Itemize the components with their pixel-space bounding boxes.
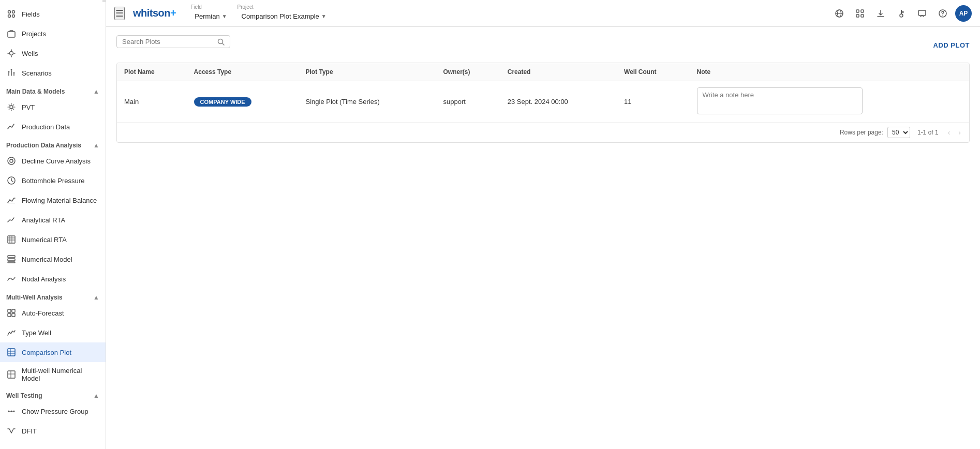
avatar-btn[interactable]: AP (955, 5, 972, 22)
sidebar-item-decline-curve-analysis[interactable]: Decline Curve Analysis (0, 151, 106, 171)
rows-per-page-label: Rows per page: (840, 129, 883, 136)
svg-point-11 (10, 159, 13, 162)
fields-icon (6, 9, 17, 19)
svg-rect-23 (12, 309, 15, 312)
pagination-bar: Rows per page: 50 1-1 of 1 ‹ › (117, 122, 969, 142)
sidebar-item-fields[interactable]: Fields (0, 4, 106, 24)
fmb-label: Flowing Material Balance (22, 197, 97, 204)
field-dropdown-btn[interactable]: Permian ▼ (190, 10, 231, 22)
search-input[interactable] (122, 38, 214, 46)
svg-rect-30 (8, 371, 15, 378)
nodal-analysis-icon (6, 274, 17, 284)
add-plot-label: ADD PLOT (933, 41, 970, 49)
sidebar-item-analytical-rta[interactable]: Analytical RTA (0, 210, 106, 230)
svg-rect-43 (856, 14, 859, 17)
col-plot-name: Plot Name (117, 63, 187, 81)
svg-rect-14 (8, 236, 15, 243)
sidebar-item-projects[interactable]: Projects (0, 24, 106, 43)
svg-rect-41 (856, 10, 859, 12)
section-mwa-chevron: ▲ (93, 294, 99, 301)
content-area: ADD PLOT Plot Name Access Type Plot Type… (106, 27, 980, 449)
production-data-label: Production Data (22, 123, 70, 131)
sidebar-item-chow-pressure-group[interactable]: Chow Pressure Group (0, 401, 106, 421)
project-dropdown-btn[interactable]: Comparison Plot Example ▼ (237, 10, 331, 22)
table-body: Main COMPANY WIDE Single Plot (Time Seri… (117, 81, 969, 123)
section-main-data-models[interactable]: Main Data & Models ▲ (0, 83, 106, 97)
sidebar-item-comparison-plot[interactable]: Comparison Plot (0, 342, 106, 362)
rows-per-page-select[interactable]: 50 (887, 127, 910, 138)
type-well-label: Type Well (22, 329, 51, 337)
col-plot-type: Plot Type (298, 63, 436, 81)
svg-point-5 (10, 52, 13, 55)
sidebar-item-flowing-material-balance[interactable]: Flowing Material Balance (0, 190, 106, 210)
note-input[interactable] (697, 87, 863, 114)
sidebar-item-bottomhole-pressure[interactable]: Bottomhole Pressure (0, 171, 106, 190)
svg-point-2 (8, 15, 11, 18)
svg-rect-44 (861, 14, 864, 17)
projects-icon (6, 28, 17, 39)
svg-rect-20 (8, 259, 15, 261)
section-pda-chevron: ▲ (93, 142, 99, 149)
avatar-initials: AP (959, 10, 968, 17)
svg-point-10 (8, 157, 15, 164)
sidebar-item-pvt[interactable]: PVT (0, 97, 106, 117)
mwnm-label: Multi-well Numerical Model (22, 367, 99, 382)
cell-access-type: COMPANY WIDE (187, 81, 299, 123)
fmb-icon (6, 195, 17, 205)
sidebar-item-auto-forecast[interactable]: Auto-Forecast (0, 303, 106, 323)
menu-icon[interactable]: ☰ (114, 7, 125, 20)
plots-table: Plot Name Access Type Plot Type Owner(s)… (117, 63, 969, 122)
section-main-data-chevron: ▲ (93, 88, 99, 95)
message-icon-btn[interactable] (914, 5, 930, 22)
sidebar-item-scenarios[interactable]: Scenarios (0, 63, 106, 83)
svg-rect-22 (8, 309, 11, 312)
dca-label: Decline Curve Analysis (22, 157, 91, 165)
sidebar: Fields Projects Wells Scenarios Main Dat… (0, 0, 106, 449)
svg-point-9 (10, 106, 13, 109)
analytical-rta-label: Analytical RTA (22, 216, 65, 224)
globe-icon-btn[interactable] (831, 5, 848, 22)
table-header: Plot Name Access Type Plot Type Owner(s)… (117, 63, 969, 81)
sidebar-item-numerical-model[interactable]: Numerical Model (0, 249, 106, 269)
numerical-rta-label: Numerical RTA (22, 236, 67, 244)
section-well-testing[interactable]: Well Testing ▲ (0, 387, 106, 401)
field-dropdown-arrow: ▼ (222, 13, 227, 19)
numerical-rta-icon (6, 234, 17, 245)
pvt-label: PVT (22, 103, 35, 111)
sidebar-item-production-data[interactable]: Production Data (0, 117, 106, 137)
grid-icon-btn[interactable] (852, 5, 868, 22)
svg-point-0 (8, 11, 11, 13)
sidebar-item-type-well[interactable]: Type Well (0, 323, 106, 342)
svg-rect-4 (8, 32, 15, 37)
sidebar-item-nodal-analysis[interactable]: Nodal Analysis (0, 269, 106, 289)
svg-rect-42 (861, 10, 864, 12)
sidebar-item-numerical-rta[interactable]: Numerical RTA (0, 230, 106, 249)
sidebar-item-multi-well-numerical-model[interactable]: Multi-well Numerical Model (0, 362, 106, 387)
sidebar-item-dfit[interactable]: DFIT (0, 421, 106, 441)
help-icon-btn[interactable] (934, 5, 951, 22)
section-multi-well-analysis[interactable]: Multi-Well Analysis ▲ (0, 289, 106, 303)
add-plot-button[interactable]: ADD PLOT (933, 41, 970, 49)
project-dropdown-arrow: ▼ (321, 13, 326, 19)
pagination-prev-btn[interactable]: ‹ (946, 127, 953, 138)
cell-created: 23 Sept. 2024 00:00 (500, 81, 617, 123)
analytical-rta-icon (6, 215, 17, 225)
table-row: Main COMPANY WIDE Single Plot (Time Seri… (117, 81, 969, 123)
field-label: Field (190, 4, 231, 10)
cell-plot-name: Main (117, 81, 187, 123)
logo: whitson+ (133, 7, 176, 19)
production-data-icon (6, 122, 17, 132)
sidebar-item-wells[interactable]: Wells (0, 43, 106, 63)
temperature-icon-btn[interactable] (893, 5, 910, 22)
col-owner: Owner(s) (436, 63, 500, 81)
dfit-label: DFIT (22, 427, 37, 435)
section-main-data-label: Main Data & Models (6, 88, 65, 95)
download-icon-btn[interactable] (872, 5, 889, 22)
scenarios-label: Scenarios (22, 69, 52, 77)
nodal-analysis-label: Nodal Analysis (22, 275, 66, 283)
svg-rect-13 (8, 203, 15, 203)
bh-pressure-icon (6, 175, 17, 186)
section-production-data-analysis[interactable]: Production Data Analysis ▲ (0, 137, 106, 151)
pagination-next-btn[interactable]: › (956, 127, 963, 138)
section-wt-label: Well Testing (6, 392, 42, 399)
